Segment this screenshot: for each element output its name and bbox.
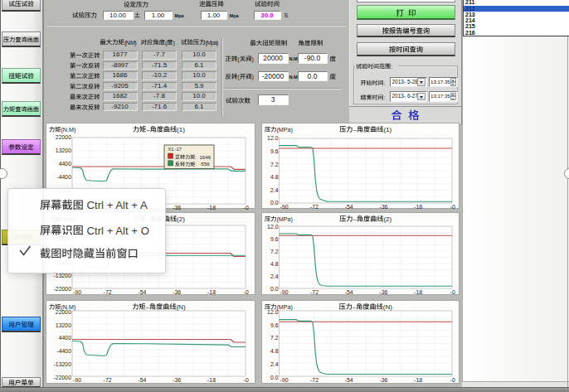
svg-text:-90: -90 bbox=[280, 377, 289, 383]
svg-text:2.4: 2.4 bbox=[270, 187, 279, 193]
svg-text:-36: -36 bbox=[379, 204, 387, 210]
svg-text:(N.M): (N.M) bbox=[124, 39, 137, 46]
svg-text:(1): (1) bbox=[177, 126, 185, 133]
svg-text:7.2: 7.2 bbox=[270, 249, 279, 254]
svg-text:-0: -0 bbox=[244, 377, 249, 383]
svg-text:13200: 13200 bbox=[56, 322, 71, 328]
svg-text:-0: -0 bbox=[244, 289, 249, 295]
svg-text:N.M: N.M bbox=[289, 75, 299, 80]
svg-text:–: – bbox=[353, 303, 357, 311]
svg-text:-18: -18 bbox=[207, 289, 216, 295]
svg-text:12.0: 12.0 bbox=[267, 309, 279, 315]
svg-text:-4400: -4400 bbox=[56, 348, 71, 354]
svg-text:4400: 4400 bbox=[59, 335, 71, 341]
svg-text:–: – bbox=[353, 215, 357, 223]
svg-text:–: – bbox=[353, 126, 357, 133]
svg-text:(2): (2) bbox=[177, 215, 185, 223]
svg-text:0.0: 0.0 bbox=[270, 286, 279, 292]
svg-text:(N.M): (N.M) bbox=[61, 126, 75, 133]
svg-text:-18: -18 bbox=[414, 204, 422, 210]
svg-text:X1:-17: X1:-17 bbox=[168, 147, 182, 152]
svg-text:7.2: 7.2 bbox=[270, 335, 279, 341]
svg-text:-36: -36 bbox=[173, 289, 181, 295]
svg-text:-0: -0 bbox=[450, 204, 455, 210]
svg-text:-0: -0 bbox=[450, 289, 455, 295]
svg-text:9.6: 9.6 bbox=[270, 148, 279, 154]
svg-text:12.0: 12.0 bbox=[267, 224, 279, 230]
svg-text:-72: -72 bbox=[310, 204, 319, 210]
svg-text:0.0: 0.0 bbox=[270, 200, 279, 206]
svg-text:-22000: -22000 bbox=[54, 286, 72, 292]
svg-text:0.0: 0.0 bbox=[270, 375, 279, 380]
svg-text:(2): (2) bbox=[383, 215, 391, 223]
svg-text:-54: -54 bbox=[345, 377, 353, 383]
svg-text:4.8: 4.8 bbox=[270, 261, 279, 267]
svg-text:12.0: 12.0 bbox=[267, 135, 279, 141]
svg-text:-0: -0 bbox=[244, 205, 249, 210]
svg-text:-90: -90 bbox=[280, 204, 289, 210]
svg-text:-54: -54 bbox=[345, 289, 353, 295]
svg-text:S: S bbox=[284, 12, 289, 18]
svg-text:(N): (N) bbox=[176, 303, 186, 311]
svg-text:–: – bbox=[146, 303, 150, 311]
svg-text:Mpa: Mpa bbox=[230, 13, 240, 18]
svg-text:4.8: 4.8 bbox=[270, 348, 279, 354]
svg-text:-90: -90 bbox=[73, 377, 81, 383]
svg-text:(MPa): (MPa) bbox=[276, 215, 293, 223]
svg-text:(: ( bbox=[237, 56, 240, 63]
svg-text:(1): (1) bbox=[383, 126, 391, 133]
svg-text:7.2: 7.2 bbox=[270, 162, 279, 167]
svg-text:9.6: 9.6 bbox=[270, 322, 279, 328]
svg-text:-54: -54 bbox=[138, 377, 146, 383]
svg-text:-54: -54 bbox=[345, 204, 353, 210]
svg-text:22000: 22000 bbox=[56, 134, 71, 140]
svg-text:-18: -18 bbox=[414, 377, 422, 383]
svg-text:N.M: N.M bbox=[289, 56, 299, 61]
svg-text:–: – bbox=[146, 126, 150, 133]
svg-text:: -556: : -556 bbox=[195, 161, 210, 167]
svg-text:-36: -36 bbox=[379, 289, 387, 295]
svg-text:-4400: -4400 bbox=[56, 174, 71, 180]
svg-text:-13200: -13200 bbox=[54, 273, 72, 278]
svg-text:-13200: -13200 bbox=[54, 361, 72, 367]
svg-text:-36: -36 bbox=[379, 377, 387, 383]
svg-text:-90: -90 bbox=[280, 289, 289, 295]
svg-text:-72: -72 bbox=[104, 289, 112, 295]
svg-text:Mpa: Mpa bbox=[175, 13, 185, 18]
svg-text:(: ( bbox=[165, 39, 168, 46]
svg-text:-72: -72 bbox=[104, 377, 112, 383]
svg-text:: 1646: : 1646 bbox=[195, 154, 211, 160]
svg-text:2.4: 2.4 bbox=[270, 273, 279, 279]
svg-text:-18: -18 bbox=[207, 377, 216, 383]
svg-text:): ) bbox=[252, 56, 254, 63]
svg-text:-0: -0 bbox=[450, 377, 455, 383]
svg-text:-90: -90 bbox=[73, 289, 81, 295]
svg-text:): ) bbox=[252, 73, 254, 80]
svg-text:(N): (N) bbox=[383, 303, 393, 311]
svg-text:22000: 22000 bbox=[56, 309, 71, 315]
svg-text:-36: -36 bbox=[173, 377, 181, 383]
svg-text:(MPa): (MPa) bbox=[276, 126, 293, 133]
svg-text:-18: -18 bbox=[207, 205, 216, 210]
svg-text:-36: -36 bbox=[173, 205, 181, 210]
svg-text:-72: -72 bbox=[310, 289, 319, 295]
svg-text:(MPa): (MPa) bbox=[276, 303, 293, 311]
svg-text:9.6: 9.6 bbox=[270, 236, 279, 242]
svg-text:(Mpa): (Mpa) bbox=[206, 39, 219, 46]
svg-text:-22000: -22000 bbox=[54, 375, 72, 380]
svg-text:4400: 4400 bbox=[59, 161, 71, 167]
svg-text:4.8: 4.8 bbox=[270, 174, 279, 180]
svg-text:(: ( bbox=[237, 73, 240, 80]
svg-text:13200: 13200 bbox=[56, 148, 71, 153]
svg-text:): ) bbox=[173, 39, 175, 46]
svg-text:2.4: 2.4 bbox=[270, 361, 279, 367]
svg-text:-18: -18 bbox=[414, 289, 422, 295]
svg-text:-54: -54 bbox=[138, 289, 146, 295]
svg-text:-72: -72 bbox=[310, 377, 319, 383]
